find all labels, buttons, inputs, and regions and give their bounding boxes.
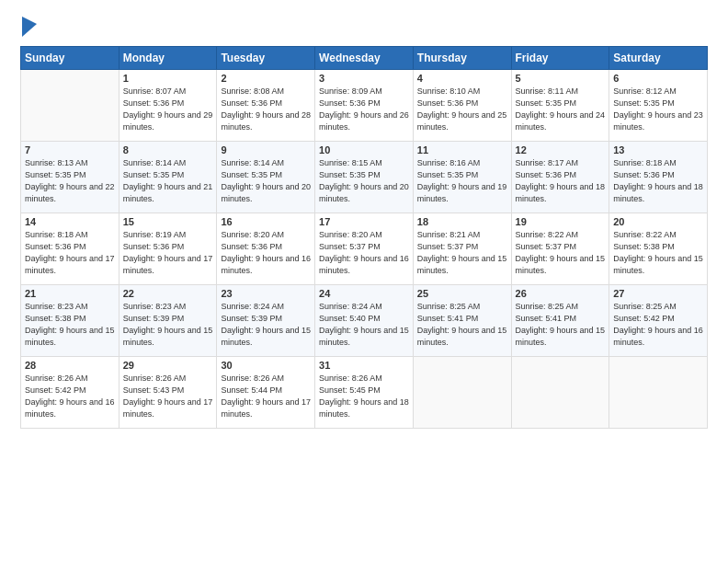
weekday-header-wednesday: Wednesday — [315, 47, 414, 70]
calendar-cell: 16Sunrise: 8:20 AMSunset: 5:36 PMDayligh… — [217, 213, 315, 285]
day-number: 23 — [221, 288, 311, 299]
day-info: Sunrise: 8:09 AMSunset: 5:36 PMDaylight:… — [319, 86, 409, 133]
weekday-header-saturday: Saturday — [609, 47, 708, 70]
day-number: 17 — [319, 216, 409, 227]
day-info: Sunrise: 8:14 AMSunset: 5:35 PMDaylight:… — [221, 157, 311, 205]
calendar-cell: 30Sunrise: 8:26 AMSunset: 5:44 PMDayligh… — [217, 357, 315, 429]
calendar-cell: 26Sunrise: 8:25 AMSunset: 5:41 PMDayligh… — [511, 285, 609, 357]
day-info: Sunrise: 8:26 AMSunset: 5:42 PMDaylight:… — [25, 373, 115, 420]
day-number: 26 — [516, 288, 606, 299]
day-info: Sunrise: 8:21 AMSunset: 5:37 PMDaylight:… — [417, 229, 507, 277]
day-info: Sunrise: 8:16 AMSunset: 5:35 PMDaylight:… — [417, 157, 507, 205]
calendar-cell: 13Sunrise: 8:18 AMSunset: 5:36 PMDayligh… — [609, 142, 708, 213]
day-number: 9 — [221, 144, 311, 155]
day-info: Sunrise: 8:15 AMSunset: 5:35 PMDaylight:… — [319, 157, 409, 205]
weekday-header-tuesday: Tuesday — [217, 47, 315, 70]
day-info: Sunrise: 8:26 AMSunset: 5:45 PMDaylight:… — [319, 373, 409, 420]
day-number: 2 — [221, 73, 311, 84]
day-info: Sunrise: 8:20 AMSunset: 5:37 PMDaylight:… — [319, 229, 409, 277]
day-info: Sunrise: 8:23 AMSunset: 5:39 PMDaylight:… — [123, 301, 213, 349]
weekday-header-thursday: Thursday — [413, 47, 511, 70]
calendar-cell: 20Sunrise: 8:22 AMSunset: 5:38 PMDayligh… — [609, 213, 708, 285]
day-info: Sunrise: 8:18 AMSunset: 5:36 PMDaylight:… — [25, 229, 115, 277]
calendar-cell: 2Sunrise: 8:08 AMSunset: 5:36 PMDaylight… — [217, 70, 315, 142]
day-info: Sunrise: 8:18 AMSunset: 5:36 PMDaylight:… — [613, 157, 703, 205]
calendar-week-row: 14Sunrise: 8:18 AMSunset: 5:36 PMDayligh… — [21, 213, 708, 285]
day-number: 29 — [123, 360, 213, 371]
day-number: 31 — [319, 360, 409, 371]
day-number: 20 — [613, 216, 703, 227]
calendar-cell: 22Sunrise: 8:23 AMSunset: 5:39 PMDayligh… — [119, 285, 217, 357]
calendar-cell: 17Sunrise: 8:20 AMSunset: 5:37 PMDayligh… — [315, 213, 414, 285]
calendar-cell: 31Sunrise: 8:26 AMSunset: 5:45 PMDayligh… — [315, 357, 414, 429]
calendar-cell: 21Sunrise: 8:23 AMSunset: 5:38 PMDayligh… — [21, 285, 119, 357]
day-info: Sunrise: 8:25 AMSunset: 5:41 PMDaylight:… — [516, 301, 606, 349]
page: SundayMondayTuesdayWednesdayThursdayFrid… — [0, 0, 728, 563]
calendar-cell — [609, 357, 708, 429]
day-info: Sunrise: 8:20 AMSunset: 5:36 PMDaylight:… — [221, 229, 311, 277]
day-info: Sunrise: 8:22 AMSunset: 5:37 PMDaylight:… — [516, 229, 606, 277]
day-info: Sunrise: 8:11 AMSunset: 5:35 PMDaylight:… — [516, 86, 606, 133]
day-info: Sunrise: 8:24 AMSunset: 5:40 PMDaylight:… — [319, 301, 409, 349]
calendar-cell: 29Sunrise: 8:26 AMSunset: 5:43 PMDayligh… — [119, 357, 217, 429]
day-info: Sunrise: 8:22 AMSunset: 5:38 PMDaylight:… — [613, 229, 703, 277]
calendar-week-row: 1Sunrise: 8:07 AMSunset: 5:36 PMDaylight… — [21, 70, 708, 142]
day-number: 30 — [221, 360, 311, 371]
calendar-table: SundayMondayTuesdayWednesdayThursdayFrid… — [20, 46, 708, 429]
day-info: Sunrise: 8:14 AMSunset: 5:35 PMDaylight:… — [123, 157, 213, 205]
day-number: 16 — [221, 216, 311, 227]
day-info: Sunrise: 8:10 AMSunset: 5:36 PMDaylight:… — [417, 86, 507, 133]
calendar-cell: 14Sunrise: 8:18 AMSunset: 5:36 PMDayligh… — [21, 213, 119, 285]
calendar-cell: 23Sunrise: 8:24 AMSunset: 5:39 PMDayligh… — [217, 285, 315, 357]
calendar-cell: 11Sunrise: 8:16 AMSunset: 5:35 PMDayligh… — [413, 142, 511, 213]
calendar-cell: 18Sunrise: 8:21 AMSunset: 5:37 PMDayligh… — [413, 213, 511, 285]
day-number: 11 — [417, 144, 507, 155]
calendar-week-row: 21Sunrise: 8:23 AMSunset: 5:38 PMDayligh… — [21, 285, 708, 357]
calendar-cell: 10Sunrise: 8:15 AMSunset: 5:35 PMDayligh… — [315, 142, 414, 213]
day-number: 12 — [516, 144, 606, 155]
day-number: 14 — [25, 216, 115, 227]
calendar-cell: 24Sunrise: 8:24 AMSunset: 5:40 PMDayligh… — [315, 285, 414, 357]
day-info: Sunrise: 8:26 AMSunset: 5:43 PMDaylight:… — [123, 373, 213, 420]
day-info: Sunrise: 8:19 AMSunset: 5:36 PMDaylight:… — [123, 229, 213, 277]
calendar-cell: 9Sunrise: 8:14 AMSunset: 5:35 PMDaylight… — [217, 142, 315, 213]
day-number: 21 — [25, 288, 115, 299]
day-number: 25 — [417, 288, 507, 299]
day-number: 19 — [516, 216, 606, 227]
weekday-header-sunday: Sunday — [21, 47, 119, 70]
day-number: 27 — [613, 288, 703, 299]
weekday-header-row: SundayMondayTuesdayWednesdayThursdayFrid… — [21, 47, 708, 70]
day-info: Sunrise: 8:24 AMSunset: 5:39 PMDaylight:… — [221, 301, 311, 349]
day-info: Sunrise: 8:17 AMSunset: 5:36 PMDaylight:… — [516, 157, 606, 205]
day-number: 10 — [319, 144, 409, 155]
day-number: 1 — [123, 73, 213, 84]
day-number: 28 — [25, 360, 115, 371]
day-number: 22 — [123, 288, 213, 299]
day-number: 6 — [613, 73, 703, 84]
weekday-header-monday: Monday — [119, 47, 217, 70]
calendar-cell: 5Sunrise: 8:11 AMSunset: 5:35 PMDaylight… — [511, 70, 609, 142]
day-info: Sunrise: 8:25 AMSunset: 5:41 PMDaylight:… — [417, 301, 507, 349]
calendar-cell — [21, 70, 119, 142]
calendar-cell: 27Sunrise: 8:25 AMSunset: 5:42 PMDayligh… — [609, 285, 708, 357]
calendar-cell: 12Sunrise: 8:17 AMSunset: 5:36 PMDayligh… — [511, 142, 609, 213]
calendar-cell: 3Sunrise: 8:09 AMSunset: 5:36 PMDaylight… — [315, 70, 414, 142]
weekday-header-friday: Friday — [511, 47, 609, 70]
day-number: 5 — [516, 73, 606, 84]
day-info: Sunrise: 8:26 AMSunset: 5:44 PMDaylight:… — [221, 373, 311, 420]
day-number: 24 — [319, 288, 409, 299]
day-number: 13 — [613, 144, 703, 155]
calendar-cell — [511, 357, 609, 429]
day-info: Sunrise: 8:25 AMSunset: 5:42 PMDaylight:… — [613, 301, 703, 349]
day-number: 3 — [319, 73, 409, 84]
logo — [20, 17, 37, 37]
calendar-cell: 7Sunrise: 8:13 AMSunset: 5:35 PMDaylight… — [21, 142, 119, 213]
calendar-cell: 15Sunrise: 8:19 AMSunset: 5:36 PMDayligh… — [119, 213, 217, 285]
day-info: Sunrise: 8:08 AMSunset: 5:36 PMDaylight:… — [221, 86, 311, 133]
day-info: Sunrise: 8:23 AMSunset: 5:38 PMDaylight:… — [25, 301, 115, 349]
day-number: 18 — [417, 216, 507, 227]
day-info: Sunrise: 8:12 AMSunset: 5:35 PMDaylight:… — [613, 86, 703, 133]
calendar-cell — [413, 357, 511, 429]
calendar-cell: 1Sunrise: 8:07 AMSunset: 5:36 PMDaylight… — [119, 70, 217, 142]
day-number: 4 — [417, 73, 507, 84]
